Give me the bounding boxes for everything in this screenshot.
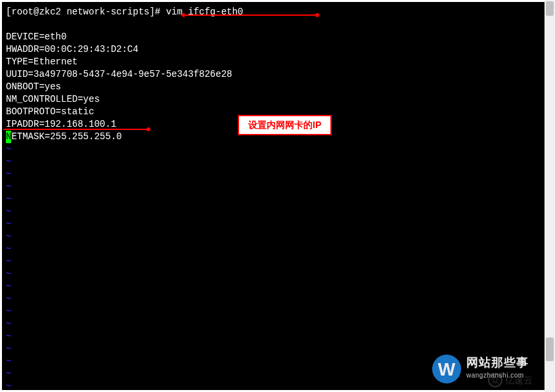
watermark-icon: W [432,355,461,383]
vim-empty-line: ~ [6,330,541,343]
vertical-scrollbar[interactable] [544,0,555,392]
vim-empty-line: ~ [6,255,541,268]
vim-empty-line: ~ [6,181,541,193]
config-hwaddr: HWADDR=00:0C:29:43:D2:C4 [6,43,541,56]
annotation-dot-ip [146,127,150,131]
config-onboot: ONBOOT=yes [6,81,541,93]
scrollbar-thumb-top[interactable] [546,1,554,16]
shell-prompt-line: [root@zkc2 network-scripts]# vim ifcfg-e… [6,6,541,18]
annotation-dot-right [315,13,319,17]
watermark-secondary: 众 亿速云 [488,373,533,387]
annotation-underline-command [184,14,319,16]
vim-empty-line: ~ [6,268,541,280]
vim-empty-line: ~ [6,293,541,305]
watermark-icon-letter: W [438,363,455,376]
vim-empty-line: ~ [6,193,541,206]
vim-empty-line: ~ [6,143,541,156]
scrollbar-thumb-bottom[interactable] [546,338,554,361]
vim-empty-line: ~ [6,318,541,330]
config-uuid: UUID=3a497708-5437-4e94-9e57-5e343f826e2… [6,68,541,81]
vim-empty-line: ~ [6,343,541,355]
vim-empty-line: ~ [6,243,541,255]
config-nm-controlled: NM_CONTROLLED=yes [6,93,541,106]
watermark-cn: 网站那些事 [466,357,529,369]
annotation-label: 设置内网网卡的IP [248,120,321,130]
annotation-underline-ip [3,129,149,130]
vim-empty-line: ~ [6,218,541,230]
config-device: DEVICE=eth0 [6,31,541,43]
vim-empty-line: ~ [6,168,541,181]
vim-editor-content[interactable]: DEVICE=eth0 HWADDR=00:0C:29:43:D2:C4 TYP… [6,31,541,392]
watermark2-text: 亿速云 [505,374,533,387]
vim-empty-line: ~ [6,280,541,293]
config-type: TYPE=Ethernet [6,56,541,68]
vim-empty-line: ~ [6,206,541,218]
annotation-callout: 设置内网网卡的IP [238,115,332,135]
vim-empty-line: ~ [6,156,541,168]
config-netmask-rest: ETMASK=255.255.255.0 [11,131,122,142]
vim-empty-line: ~ [6,305,541,318]
vim-empty-line: ~ [6,230,541,243]
prompt-user-host: [root@zkc2 network-scripts]# [6,7,160,17]
watermark2-icon: 众 [488,373,502,387]
annotation-arrow-left [181,12,185,18]
terminal-window[interactable]: [root@zkc2 network-scripts]# vim ifcfg-e… [2,2,544,390]
